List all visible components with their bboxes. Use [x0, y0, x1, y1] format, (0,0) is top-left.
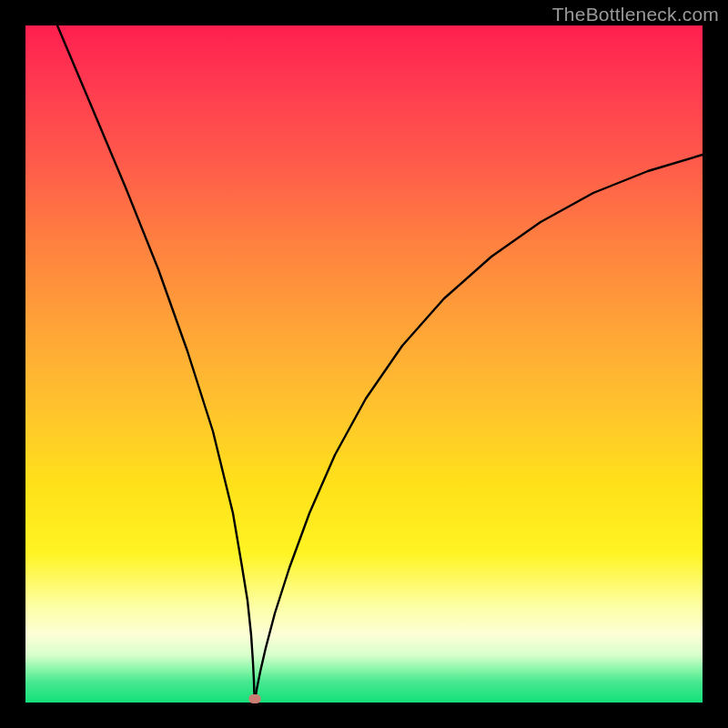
curve-left: [57, 25, 255, 703]
watermark-text: TheBottleneck.com: [552, 4, 719, 25]
bottleneck-curve: [25, 25, 703, 703]
curve-right: [255, 155, 703, 703]
chart-frame: TheBottleneck.com: [0, 0, 728, 728]
optimal-point-marker: [249, 694, 261, 703]
chart-plot-area: [25, 25, 703, 703]
